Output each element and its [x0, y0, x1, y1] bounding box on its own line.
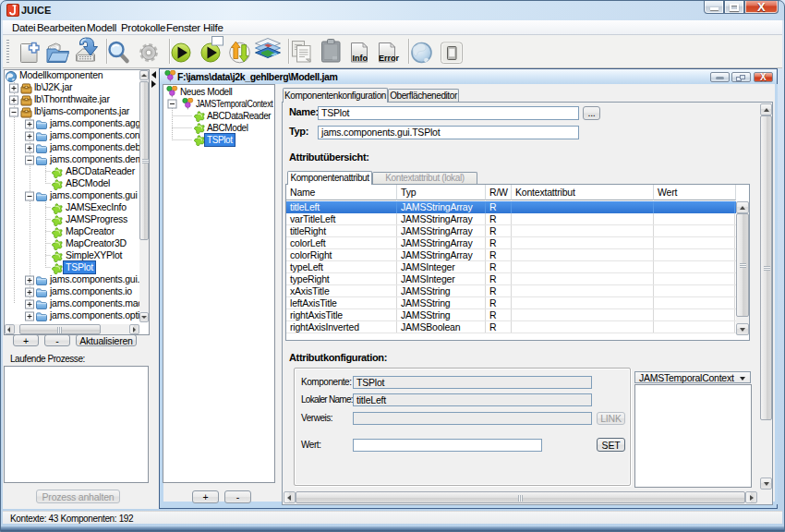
svg-text:Info: Info [353, 54, 368, 63]
svg-text:Error: Error [379, 54, 400, 63]
